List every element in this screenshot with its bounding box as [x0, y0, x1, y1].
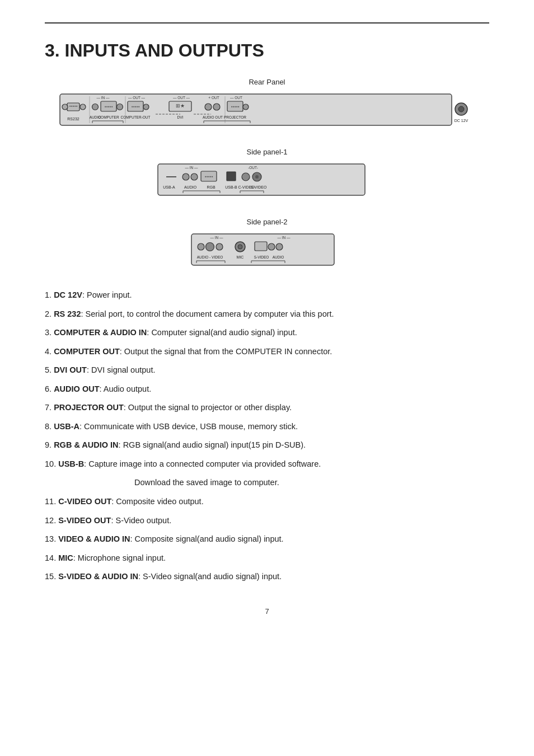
svg-point-84: [276, 243, 283, 250]
svg-point-43: [458, 106, 464, 112]
page: 3. INPUTS AND OUTPUTS Rear Panel ●●●●● R…: [0, 0, 534, 756]
list-item-5: 5. DVI OUT: DVI signal output.: [45, 363, 489, 378]
side-panel-2-svg: — IN — AUDIO - VIDEO MIC — IN —: [189, 229, 345, 274]
svg-text:PROJECTOR: PROJECTOR: [224, 115, 246, 119]
svg-text:●●●●●: ●●●●●: [104, 105, 113, 108]
svg-text:AUDIO OUT: AUDIO OUT: [203, 115, 223, 119]
svg-point-49: [182, 173, 189, 180]
list-item-4: 4. COMPUTER OUT: Output the signal that …: [45, 344, 489, 360]
list-item-11: 11. C-VIDEO OUT: Composite video output.: [45, 494, 489, 510]
list-item-13: 13. VIDEO & AUDIO IN: Composite signal(a…: [45, 532, 489, 547]
svg-text:-OUT-: -OUT-: [248, 166, 258, 170]
svg-point-50: [191, 173, 198, 180]
side-panel-2-section: Side panel-2 — IN — AUDIO - VIDEO MIC: [45, 218, 489, 274]
svg-point-3: [62, 104, 68, 110]
svg-point-11: [117, 104, 123, 110]
svg-text:— IN —: — IN —: [210, 236, 223, 240]
rear-panel-section: Rear Panel ●●●●● RS232 — IN —: [45, 78, 489, 134]
svg-point-72: [206, 243, 214, 251]
svg-text:AUDIO: AUDIO: [273, 255, 284, 259]
svg-text:COMPUTER: COMPUTER: [98, 115, 119, 119]
list-item-7: 7. PROJECTOR OUT: Output the signal to p…: [45, 400, 489, 416]
svg-text:— IN —: — IN —: [185, 166, 198, 170]
side-panel-1-section: Side panel-1 USB-A — IN — ●●●●● AUDIO: [45, 148, 489, 204]
list-item-1: 1. DC 12V: Power input.: [45, 288, 489, 303]
side-panel-2-label: Side panel-2: [247, 218, 288, 226]
svg-text:— IN —: — IN —: [277, 236, 291, 240]
svg-point-37: [243, 104, 249, 110]
top-border: [45, 22, 489, 24]
side-panel-1-svg: USB-A — IN — ●●●●● AUDIO RGB USB-B -OUT: [155, 159, 379, 204]
svg-text:●●●●●: ●●●●●: [131, 105, 139, 108]
list-item-8: 8. USB-A: Communicate with USB device, U…: [45, 419, 489, 435]
svg-point-71: [198, 243, 204, 250]
svg-text:AUDIO: AUDIO: [184, 185, 197, 189]
svg-point-8: [92, 104, 99, 110]
svg-text:— IN —: — IN —: [96, 96, 110, 100]
svg-point-61: [242, 173, 250, 181]
rear-panel-diagram: ●●●●● RS232 — IN — ●●●●● AUDIO: [57, 90, 477, 134]
svg-text:+ OUT: + OUT: [208, 96, 219, 100]
content-list: 1. DC 12V: Power input. 2. RS 232: Seria…: [45, 288, 489, 585]
list-item-3: 3. COMPUTER & AUDIO IN: Computer signal(…: [45, 325, 489, 341]
svg-rect-82: [255, 242, 267, 251]
side-panel-1-label: Side panel-1: [247, 148, 288, 156]
svg-point-79: [238, 245, 242, 249]
svg-text:DC 12V: DC 12V: [455, 119, 469, 123]
list-item-10-sub: Download the saved image to computer.: [134, 475, 489, 491]
svg-text:●●●●●: ●●●●●: [69, 104, 77, 107]
svg-text:S-VIDEO: S-VIDEO: [254, 255, 269, 259]
svg-point-73: [216, 243, 223, 250]
svg-rect-58: [227, 172, 236, 181]
svg-text:USB-B: USB-B: [225, 185, 237, 189]
svg-text:— OUT —: — OUT —: [128, 96, 146, 100]
svg-text:●●●●●: ●●●●●: [231, 105, 239, 108]
svg-text:MIC: MIC: [237, 255, 244, 259]
rear-panel-label: Rear Panel: [249, 78, 285, 86]
side-panel-2-diagram: — IN — AUDIO - VIDEO MIC — IN —: [189, 229, 345, 274]
side-panel-1-diagram: USB-A — IN — ●●●●● AUDIO RGB USB-B -OUT: [155, 159, 379, 204]
list-item-6: 6. AUDIO OUT: Audio output.: [45, 382, 489, 397]
svg-point-31: [213, 104, 220, 110]
svg-text:RGB: RGB: [207, 185, 216, 189]
svg-text:⊞★: ⊞★: [176, 103, 185, 109]
page-title: 3. INPUTS AND OUTPUTS: [45, 40, 489, 61]
svg-point-21: [143, 104, 149, 110]
svg-text:RS232: RS232: [67, 117, 79, 121]
svg-text:DVI: DVI: [177, 115, 184, 119]
svg-point-4: [80, 104, 86, 110]
svg-text:— OUT: — OUT: [230, 96, 242, 100]
list-item-2: 2. RS 232: Serial port, to control the d…: [45, 307, 489, 322]
list-item-10: 10. USB-B: Capture image into a connecte…: [45, 457, 489, 472]
svg-text:USB-A: USB-A: [163, 185, 175, 189]
svg-point-30: [205, 104, 212, 110]
svg-text:— OUT —: — OUT —: [173, 96, 190, 100]
svg-text:COMPUTER-OUT: COMPUTER-OUT: [120, 115, 150, 119]
list-item-14: 14. MIC: Microphone signal input.: [45, 551, 489, 566]
svg-text:AUDIO - VIDEO: AUDIO - VIDEO: [197, 255, 223, 259]
list-item-12: 12. S-VIDEO OUT: S-Video output.: [45, 513, 489, 529]
page-number: 7: [45, 607, 489, 616]
svg-text:●●●●●: ●●●●●: [204, 175, 213, 178]
rear-panel-svg: ●●●●● RS232 — IN — ●●●●● AUDIO: [57, 90, 477, 134]
svg-point-83: [268, 243, 275, 250]
svg-point-63: [255, 175, 259, 179]
svg-text:S-VIDEO: S-VIDEO: [251, 185, 267, 189]
list-item-15: 15. S-VIDEO & AUDIO IN: S-Video signal(a…: [45, 569, 489, 585]
list-item-9: 9. RGB & AUDIO IN: RGB signal(and audio …: [45, 438, 489, 453]
